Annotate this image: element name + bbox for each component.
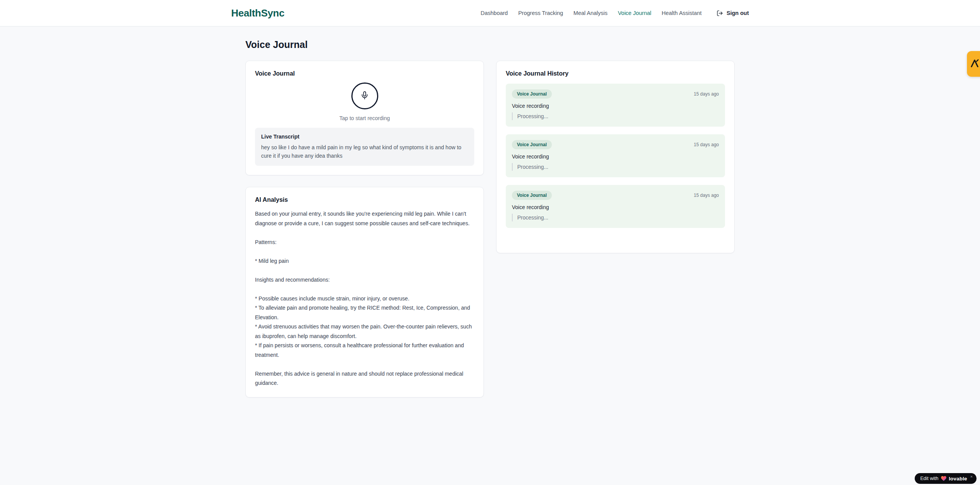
history-item[interactable]: Voice Journal 15 days ago Voice recordin…: [506, 84, 725, 127]
left-column: Voice Journal Tap to start recording: [245, 61, 484, 398]
main-nav: Dashboard Progress Tracking Meal Analysi…: [481, 10, 749, 16]
analysis-card-title: AI Analysis: [255, 196, 474, 203]
live-transcript-box: Live Transcript hey so like I do have a …: [255, 128, 474, 166]
entry-type-badge: Voice Journal: [512, 191, 552, 200]
entry-timestamp: 15 days ago: [694, 142, 719, 147]
header: HealthSync Dashboard Progress Tracking M…: [0, 0, 980, 26]
transcript-text: hey so like I do have a mild pain in my …: [261, 143, 468, 160]
brand-logo[interactable]: HealthSync: [231, 7, 285, 19]
entry-type-badge: Voice Journal: [512, 89, 552, 99]
lovable-brand: lovable: [949, 476, 967, 482]
entry-timestamp: 15 days ago: [694, 193, 719, 198]
analysis-text: Based on your journal entry, it sounds l…: [255, 209, 474, 388]
sign-out-label: Sign out: [727, 10, 749, 16]
heart-icon: [941, 476, 947, 481]
entry-status: Processing...: [512, 214, 719, 221]
page-title: Voice Journal: [245, 39, 735, 50]
transcript-title: Live Transcript: [261, 134, 468, 140]
microphone-icon: [360, 91, 369, 101]
sign-out-icon: [717, 10, 723, 16]
history-item[interactable]: Voice Journal 15 days ago Voice recordin…: [506, 185, 725, 228]
history-card: Voice Journal History Voice Journal 15 d…: [496, 61, 735, 253]
entry-title: Voice recording: [512, 204, 719, 210]
nav-health-assistant[interactable]: Health Assistant: [662, 10, 702, 16]
record-hint: Tap to start recording: [339, 115, 390, 121]
voice-recorder-card: Voice Journal Tap to start recording: [245, 61, 484, 175]
entry-title: Voice recording: [512, 103, 719, 109]
sign-out-button[interactable]: Sign out: [717, 10, 749, 16]
close-icon[interactable]: ×: [970, 474, 973, 479]
nav-progress-tracking[interactable]: Progress Tracking: [518, 10, 563, 16]
ai-analysis-card: AI Analysis Based on your journal entry,…: [245, 187, 484, 398]
nav-voice-journal[interactable]: Voice Journal: [618, 10, 651, 16]
entry-type-badge: Voice Journal: [512, 140, 552, 149]
right-column: Voice Journal History Voice Journal 15 d…: [496, 61, 735, 398]
recorder-card-title: Voice Journal: [255, 70, 474, 77]
lovable-prefix: Edit with: [920, 476, 938, 481]
entry-timestamp: 15 days ago: [694, 91, 719, 97]
nav-meal-analysis[interactable]: Meal Analysis: [573, 10, 608, 16]
main-content: Voice Journal Voice Journal: [245, 26, 735, 398]
amber-logo-icon: [970, 58, 980, 70]
history-item[interactable]: Voice Journal 15 days ago Voice recordin…: [506, 134, 725, 177]
amber-widget-badge[interactable]: [967, 51, 980, 77]
lovable-badge[interactable]: Edit with lovable ×: [915, 473, 977, 484]
history-card-title: Voice Journal History: [506, 70, 725, 77]
entry-status: Processing...: [512, 163, 719, 171]
entry-title: Voice recording: [512, 153, 719, 160]
nav-dashboard[interactable]: Dashboard: [481, 10, 508, 16]
entry-status: Processing...: [512, 112, 719, 120]
record-button[interactable]: [351, 82, 378, 109]
